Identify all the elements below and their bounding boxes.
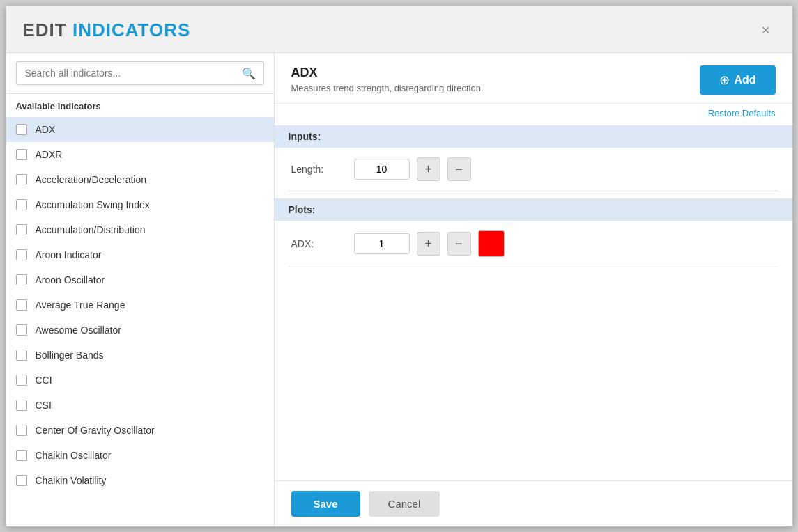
cancel-button[interactable]: Cancel (369, 491, 440, 517)
indicator-item-aroonosc[interactable]: Aroon Oscillator (6, 267, 274, 292)
indicator-desc: Measures trend strength, disregarding di… (291, 83, 700, 93)
indicator-label-aroonosc: Aroon Oscillator (36, 274, 105, 285)
adx-plot-label: ADX: (291, 238, 347, 249)
checkbox-atr[interactable] (16, 299, 27, 311)
indicator-label-aroon: Aroon Indicator (36, 249, 102, 260)
close-button[interactable]: × (756, 21, 776, 40)
checkbox-aroon[interactable] (16, 249, 27, 260)
indicator-label-acceldecel: Acceleration/Deceleration (36, 174, 147, 185)
indicator-info: ADX Measures trend strength, disregardin… (291, 65, 700, 93)
modal-body: 🔍 Available indicators ADXADXRAccelerati… (6, 53, 792, 526)
modal-title: EDIT INDICATORS (23, 19, 191, 41)
indicator-label-accumdist: Accumulation/Distribution (36, 224, 146, 235)
indicator-item-aroon[interactable]: Aroon Indicator (6, 242, 274, 267)
indicator-label-chaikinvol: Chaikin Volatility (36, 475, 107, 486)
indicator-label-chaikinosc: Chaikin Oscillator (36, 450, 112, 461)
add-button[interactable]: ⊕ Add (700, 65, 775, 95)
indicator-label-adxr: ADXR (36, 149, 63, 160)
checkbox-accumswing[interactable] (16, 199, 27, 210)
indicator-item-accumdist[interactable]: Accumulation/Distribution (6, 217, 274, 242)
length-input[interactable] (354, 159, 410, 180)
right-panel: ADX Measures trend strength, disregardin… (275, 53, 792, 526)
indicator-item-adxr[interactable]: ADXR (6, 142, 274, 167)
save-button[interactable]: Save (291, 491, 360, 517)
adx-plot-input[interactable] (354, 233, 410, 254)
checkbox-acceldecel[interactable] (16, 174, 27, 185)
length-param-row: Length: + − (275, 148, 792, 191)
indicator-item-adx[interactable]: ADX (6, 117, 274, 142)
indicator-label-bollingerbands: Bollinger Bands (36, 350, 104, 361)
search-container: 🔍 (6, 53, 274, 94)
inputs-section-bar: Inputs: (275, 125, 792, 148)
add-label: Add (734, 74, 755, 86)
checkbox-chaikinosc[interactable] (16, 450, 27, 461)
adx-increment-button[interactable]: + (417, 232, 440, 256)
plots-section-divider (289, 267, 778, 267)
checkbox-aroonosc[interactable] (16, 274, 27, 285)
checkbox-adxr[interactable] (16, 149, 27, 160)
checkbox-centergravity[interactable] (16, 425, 27, 436)
indicator-item-centergravity[interactable]: Center Of Gravity Oscillator (6, 418, 274, 443)
available-label: Available indicators (6, 94, 274, 117)
checkbox-bollingerbands[interactable] (16, 350, 27, 361)
indicator-item-chaikinosc[interactable]: Chaikin Oscillator (6, 443, 274, 468)
indicator-item-csi[interactable]: CSI (6, 393, 274, 418)
indicator-label-awesomeosc: Awesome Oscillator (36, 324, 121, 336)
indicator-name: ADX (291, 65, 700, 80)
indicator-item-awesomeosc[interactable]: Awesome Oscillator (6, 318, 274, 343)
indicator-item-atr[interactable]: Average True Range (6, 292, 274, 318)
indicator-item-accumswing[interactable]: Accumulation Swing Index (6, 192, 274, 217)
section-divider (289, 191, 778, 191)
title-edit-text: EDIT (23, 19, 67, 40)
checkbox-chaikinvol[interactable] (16, 475, 27, 486)
checkbox-cci[interactable] (16, 375, 27, 386)
modal-header: EDIT INDICATORS × (6, 6, 792, 53)
edit-indicators-modal: EDIT INDICATORS × 🔍 Available indicators… (6, 5, 793, 527)
checkbox-awesomeosc[interactable] (16, 324, 27, 336)
adx-decrement-button[interactable]: − (447, 232, 471, 256)
length-increment-button[interactable]: + (417, 157, 440, 181)
indicator-item-bollingerbands[interactable]: Bollinger Bands (6, 343, 274, 368)
add-icon: ⊕ (719, 72, 730, 88)
title-indicators-text: INDICATORS (72, 19, 190, 40)
adx-color-picker[interactable] (478, 230, 505, 257)
right-content: Inputs: Length: + − Plots: ADX: + − (275, 118, 792, 480)
indicator-label-adx: ADX (36, 124, 56, 135)
indicator-label-csi: CSI (36, 400, 52, 411)
adx-plot-row: ADX: + − (275, 221, 792, 267)
indicator-label-accumswing: Accumulation Swing Index (36, 199, 150, 210)
checkbox-accumdist[interactable] (16, 224, 27, 235)
indicator-label-cci: CCI (36, 375, 52, 386)
search-input[interactable] (16, 61, 264, 85)
indicator-item-acceldecel[interactable]: Acceleration/Deceleration (6, 167, 274, 192)
length-decrement-button[interactable]: − (447, 157, 471, 181)
indicator-item-chaikinvol[interactable]: Chaikin Volatility (6, 468, 274, 493)
plots-section-bar: Plots: (275, 198, 792, 221)
indicator-item-cci[interactable]: CCI (6, 368, 274, 393)
indicator-label-atr: Average True Range (36, 299, 125, 311)
length-label: Length: (291, 164, 347, 175)
checkbox-adx[interactable] (16, 124, 27, 135)
modal-footer: Save Cancel (275, 480, 792, 526)
left-panel: 🔍 Available indicators ADXADXRAccelerati… (6, 53, 275, 526)
indicator-list: ADXADXRAcceleration/DecelerationAccumula… (6, 117, 274, 526)
checkbox-csi[interactable] (16, 400, 27, 411)
indicator-label-centergravity: Center Of Gravity Oscillator (36, 425, 155, 436)
restore-defaults-link[interactable]: Restore Defaults (275, 104, 792, 118)
indicator-header: ADX Measures trend strength, disregardin… (275, 53, 792, 104)
search-icon: 🔍 (242, 67, 256, 80)
